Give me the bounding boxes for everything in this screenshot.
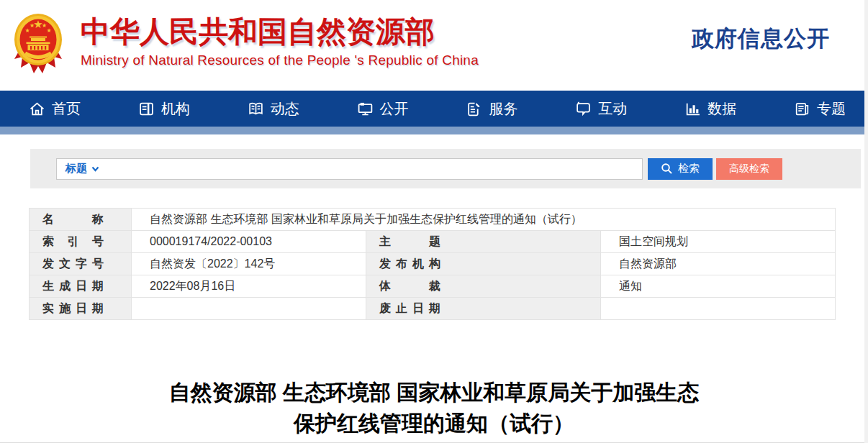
search-button[interactable]: 检索 [648, 158, 713, 180]
article-title-line1: 自然资源部 生态环境部 国家林业和草原局关于加强生态 [0, 377, 868, 408]
field-label-genre: 体裁 [366, 275, 601, 298]
article-title: 自然资源部 生态环境部 国家林业和草原局关于加强生态 保护红线管理的通知（试行） [0, 377, 868, 439]
field-value-subject: 国土空间规划 [601, 231, 836, 253]
table-row: 生成日期 2022年08月16日 体裁 通知 [30, 275, 836, 298]
field-value-repeal-date [601, 298, 836, 320]
search-bar: 标题 检索 高级检索 [30, 149, 861, 188]
page-section-title: 政府信息公开 [692, 24, 830, 54]
nav-item-services[interactable]: 服务 [466, 99, 517, 119]
field-value-index-no: 000019174/2022-00103 [132, 231, 366, 253]
table-row: 实施日期 废止日期 [30, 298, 836, 320]
services-icon [466, 101, 482, 117]
table-row: 发文字号 自然资发〔2022〕142号 发布机构 自然资源部 [30, 253, 836, 275]
nav-label: 公开 [380, 99, 409, 119]
header-accent-strip [0, 127, 864, 134]
table-row: 名称 自然资源部 生态环境部 国家林业和草原局关于加强生态保护红线管理的通知（试… [30, 209, 836, 231]
field-label-effective-date: 实施日期 [30, 298, 132, 320]
site-brand: 中华人民共和国自然资源部 Ministry of Natural Resourc… [81, 14, 479, 68]
table-row: 索引号 000019174/2022-00103 主题 国土空间规划 [30, 231, 836, 253]
site-header: ★ ★ ★ ★ ★ [0, 0, 868, 91]
field-value-doc-number: 自然资发〔2022〕142号 [132, 253, 366, 275]
content-area: 标题 检索 高级检索 名称 自然资 [0, 134, 868, 443]
page: ★ ★ ★ ★ ★ [0, 0, 868, 443]
search-field-selector[interactable]: 标题 [65, 162, 99, 175]
field-value-name: 自然资源部 生态环境部 国家林业和草原局关于加强生态保护红线管理的通知（试行） [132, 209, 836, 231]
nav-item-news[interactable]: 动态 [248, 99, 299, 119]
svg-text:★: ★ [46, 27, 51, 34]
field-value-effective-date [132, 298, 366, 320]
search-field-label: 标题 [65, 162, 87, 175]
main-nav: 首页 机构 动态 公开 服务 [0, 91, 864, 127]
field-label-index-no: 索引号 [30, 231, 132, 253]
nav-item-organization[interactable]: 机构 [138, 99, 190, 119]
site-title: 中华人民共和国自然资源部 [81, 14, 479, 49]
document-info-table: 名称 自然资源部 生态环境部 国家林业和草原局关于加强生态保护红线管理的通知（试… [29, 208, 836, 320]
nav-label: 互动 [598, 99, 627, 119]
nav-item-disclosure[interactable]: 公开 [357, 99, 409, 119]
field-label-subject: 主题 [366, 231, 601, 253]
nav-item-data[interactable]: 数据 [684, 99, 736, 119]
nav-label: 机构 [161, 99, 190, 119]
search-button-label: 检索 [678, 162, 700, 175]
nav-item-interaction[interactable]: 互动 [575, 99, 627, 119]
data-icon [684, 101, 701, 117]
national-emblem-icon[interactable]: ★ ★ ★ ★ ★ [12, 10, 65, 76]
field-label-name: 名称 [30, 209, 132, 231]
nav-label: 首页 [52, 99, 81, 119]
field-value-issuing-agency: 自然资源部 [601, 253, 836, 275]
field-value-genre: 通知 [601, 275, 836, 298]
nav-label: 动态 [271, 99, 299, 119]
advanced-search-label: 高级检索 [729, 163, 769, 175]
nav-item-topics[interactable]: 专题 [794, 99, 846, 119]
national-emblem-svg: ★ ★ ★ ★ ★ [12, 10, 65, 76]
field-label-doc-number: 发文字号 [30, 253, 132, 275]
topics-icon [794, 101, 810, 117]
search-icon [661, 163, 673, 175]
home-icon [29, 101, 45, 117]
nav-label: 服务 [489, 99, 517, 119]
nav-item-home[interactable]: 首页 [29, 99, 81, 119]
field-label-issuing-agency: 发布机构 [366, 253, 601, 275]
nav-label: 数据 [707, 99, 736, 119]
site-subtitle: Ministry of Natural Resources of the Peo… [81, 52, 479, 68]
search-box: 标题 [56, 158, 643, 180]
field-value-created-date: 2022年08月16日 [132, 275, 366, 298]
article-title-line2: 保护红线管理的通知（试行） [0, 408, 868, 439]
chevron-down-icon [91, 166, 99, 172]
disclosure-icon [357, 101, 374, 117]
interaction-icon [575, 101, 592, 117]
organization-icon [138, 101, 155, 117]
field-label-created-date: 生成日期 [30, 275, 132, 298]
news-icon [248, 101, 264, 117]
nav-label: 专题 [817, 99, 846, 119]
svg-text:★: ★ [30, 22, 35, 29]
search-input[interactable] [105, 160, 642, 178]
advanced-search-button[interactable]: 高级检索 [716, 158, 782, 180]
field-label-repeal-date: 废止日期 [366, 298, 601, 320]
scrollbar[interactable] [864, 0, 868, 443]
